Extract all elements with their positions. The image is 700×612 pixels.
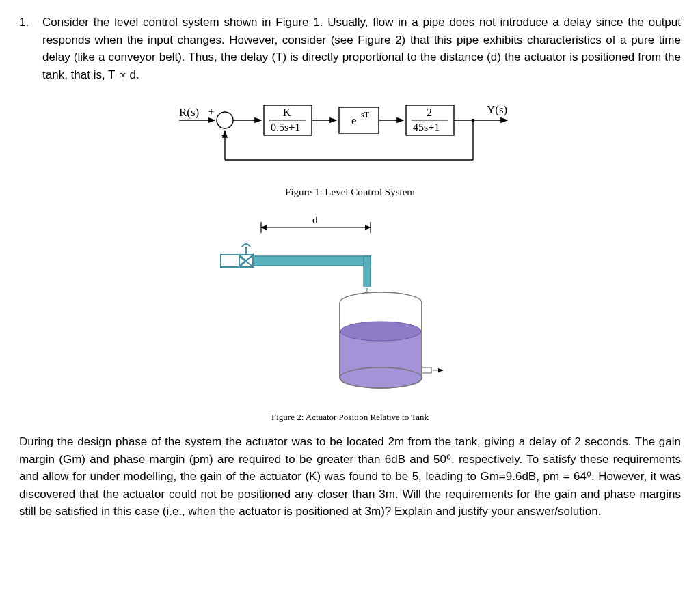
pipe-icon [253, 256, 371, 266]
figure-1: R(s) + - K 0.5s+1 e -sT 2 45s+1 Y(s) [19, 97, 681, 200]
figure-1-caption: Figure 1: Level Control System [19, 184, 681, 200]
g2-base: e [351, 114, 357, 127]
sum-plus: + [208, 106, 214, 117]
figure-2: d [19, 214, 681, 424]
pickoff-node [472, 119, 474, 122]
svg-rect-27 [422, 367, 431, 373]
actuator-valve-icon [220, 244, 253, 267]
question-text-2: During the design phase of the system th… [19, 433, 681, 520]
question-number: 1. [19, 14, 33, 83]
g1-den: 0.5s+1 [271, 122, 300, 133]
input-label: R(s) [179, 106, 199, 119]
actuator-tank-svg: d [220, 214, 480, 405]
svg-rect-13 [220, 255, 239, 267]
output-label: Y(s) [487, 103, 507, 116]
question-block: 1. Consider the level control system sho… [19, 14, 681, 83]
summing-junction-icon [217, 112, 233, 128]
g1-num: K [283, 107, 291, 118]
g3-num: 2 [427, 107, 432, 118]
figure-2-caption: Figure 2: Actuator Position Relative to … [19, 411, 681, 424]
question-text-1: Consider the level control system shown … [42, 14, 681, 83]
tank-icon [340, 292, 443, 388]
pipe-down-icon [364, 256, 371, 286]
svg-point-23 [340, 322, 421, 341]
g3-den: 45s+1 [413, 122, 440, 133]
block-diagram-svg: R(s) + - K 0.5s+1 e -sT 2 45s+1 Y(s) [172, 97, 528, 179]
d-label: d [312, 214, 318, 225]
sum-minus: - [221, 129, 225, 140]
g2-sup: -sT [358, 110, 370, 120]
